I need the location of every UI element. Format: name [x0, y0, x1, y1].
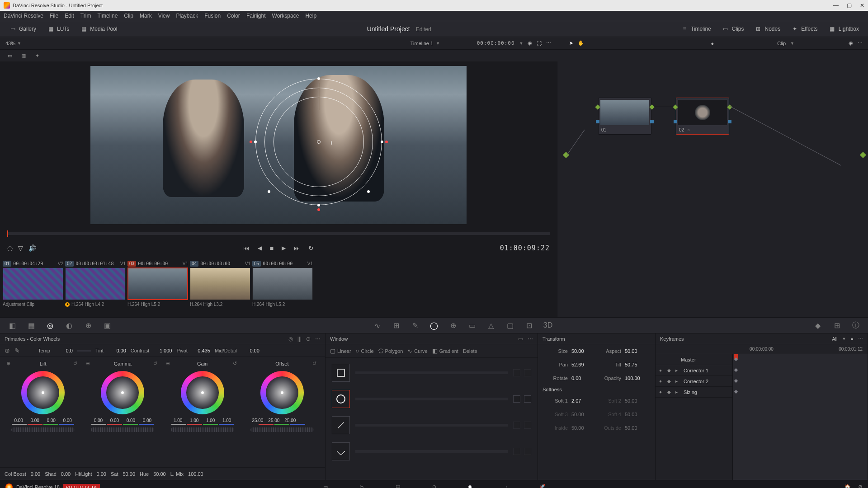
- effects-button[interactable]: ✦Effects: [788, 23, 821, 34]
- window-palette-icon[interactable]: ◯: [429, 320, 439, 330]
- window-close[interactable]: ✕: [860, 2, 864, 9]
- lmix-value[interactable]: 100.00: [188, 471, 203, 477]
- window-item-curve[interactable]: [329, 439, 534, 464]
- offset-jog[interactable]: [250, 427, 314, 432]
- pick-white-icon[interactable]: ✎: [14, 347, 20, 354]
- offset-wheel[interactable]: Offset↺ 25.0025.0025.00: [244, 360, 321, 465]
- menu-workspace[interactable]: Workspace: [272, 13, 299, 19]
- contrast-value[interactable]: 1.000: [154, 348, 172, 353]
- gallery-button[interactable]: ▭Gallery: [5, 23, 40, 34]
- menu-trim[interactable]: Trim: [80, 13, 91, 19]
- window-maximize[interactable]: ▢: [847, 2, 852, 9]
- gamma-picker-icon[interactable]: ⊕: [86, 361, 92, 366]
- rotate-value[interactable]: 0.00: [571, 375, 592, 381]
- menu-view[interactable]: View: [158, 13, 170, 19]
- clip-thumbnail-selected[interactable]: 0300:00:00:00V1 H.264 High L5.2: [127, 259, 188, 307]
- keyframe-track[interactable]: [732, 354, 868, 480]
- pan-value[interactable]: 52.69: [571, 362, 592, 367]
- camera-raw-icon[interactable]: ◧: [7, 320, 17, 330]
- auto-balance-icon[interactable]: ⊕: [5, 347, 10, 354]
- fusion-page-icon[interactable]: ⊙: [429, 483, 439, 488]
- luts-button[interactable]: ▦LUTs: [43, 23, 73, 34]
- curve-window-button[interactable]: ∿Curve: [407, 347, 427, 354]
- temp-value[interactable]: 0.0: [55, 348, 73, 353]
- clip-thumbnail[interactable]: 0500:00:00:00V1 H.264 High L5.2: [252, 259, 313, 307]
- viewer-menu-icon[interactable]: ⋯: [546, 40, 551, 46]
- color-page-icon[interactable]: ◉: [466, 483, 475, 488]
- bars-mode-icon[interactable]: |||: [297, 336, 302, 342]
- hdr-icon[interactable]: ◐: [64, 320, 74, 330]
- lock-icon[interactable]: ●: [659, 368, 665, 373]
- timeline-button[interactable]: ≡Timeline: [677, 23, 715, 34]
- hue-value[interactable]: 50.00: [153, 471, 166, 477]
- window-minimize[interactable]: —: [833, 2, 839, 9]
- lock-icon[interactable]: ●: [659, 389, 665, 394]
- sat-value[interactable]: 50.00: [123, 471, 135, 477]
- enable-icon[interactable]: ◆: [667, 389, 673, 394]
- invert-toggle[interactable]: [524, 448, 531, 455]
- media-page-icon[interactable]: ▭: [321, 483, 330, 488]
- fullscreen-icon[interactable]: ⛶: [537, 41, 542, 46]
- mute-icon[interactable]: 🔊: [28, 244, 36, 252]
- keyframes-all-dropdown[interactable]: All: [832, 336, 837, 342]
- invert-toggle[interactable]: [524, 422, 531, 429]
- offset-reset-icon[interactable]: ↺: [312, 361, 319, 366]
- loop-button[interactable]: ↻: [308, 244, 314, 252]
- size-value[interactable]: 50.00: [571, 348, 592, 354]
- keyframes-palette-icon[interactable]: ◆: [813, 320, 823, 330]
- viewer[interactable]: + ◌ ▽ 🔊 ⏮ ◀ ■ ▶ ⏭: [0, 61, 557, 317]
- expand-icon[interactable]: ▸: [675, 379, 681, 384]
- fairlight-page-icon[interactable]: ♪: [502, 483, 511, 488]
- edit-page-icon[interactable]: ▤: [393, 483, 402, 488]
- output-port-icon[interactable]: [860, 152, 866, 158]
- lock-icon[interactable]: ●: [659, 379, 665, 384]
- delete-window-button[interactable]: Delete: [463, 348, 477, 354]
- keyframes-menu-icon[interactable]: ⋯: [858, 336, 863, 342]
- pivot-value[interactable]: 0.435: [192, 348, 210, 353]
- mask-toggle[interactable]: [513, 395, 520, 403]
- play-button[interactable]: ▶: [282, 245, 286, 251]
- window-menu-icon[interactable]: ⋯: [528, 336, 533, 342]
- menu-davinci[interactable]: DaVinci Resolve: [4, 13, 43, 19]
- lift-reset-icon[interactable]: ↺: [73, 361, 80, 366]
- hilight-value[interactable]: 0.00: [97, 471, 106, 477]
- color-match-icon[interactable]: ▦: [26, 320, 36, 330]
- viewer-scrubber[interactable]: [7, 232, 550, 235]
- gain-jog[interactable]: [171, 427, 234, 432]
- rgb-mixer-icon[interactable]: ⊕: [83, 320, 93, 330]
- lift-jog[interactable]: [11, 427, 75, 432]
- node-graph[interactable]: 01 02 ○: [557, 61, 868, 317]
- opacity-value[interactable]: 100.00: [625, 375, 646, 381]
- splitscreen-icon[interactable]: ▥: [20, 52, 27, 59]
- tracker-icon[interactable]: ⊕: [448, 320, 458, 330]
- motion-effects-icon[interactable]: ▣: [102, 320, 112, 330]
- clips-button[interactable]: ▭Clips: [718, 23, 748, 34]
- key-icon[interactable]: ▢: [505, 320, 515, 330]
- lightbox-button[interactable]: ▦Lightbox: [825, 23, 863, 34]
- colboost-value[interactable]: 0.00: [31, 471, 40, 477]
- clip-dropdown[interactable]: Clip: [777, 41, 786, 46]
- blur-icon[interactable]: △: [486, 320, 496, 330]
- window-presets-icon[interactable]: ▭: [518, 336, 523, 342]
- node-indicator-icon[interactable]: ◉: [849, 40, 853, 46]
- aspect-value[interactable]: 50.00: [625, 348, 646, 354]
- stop-button[interactable]: ■: [270, 244, 274, 252]
- curves-icon[interactable]: ∿: [372, 320, 382, 330]
- nodes-button[interactable]: ⊞Nodes: [751, 23, 784, 34]
- primaries-icon[interactable]: ◎: [45, 320, 55, 330]
- scrubber-playhead[interactable]: [7, 230, 8, 237]
- menu-file[interactable]: File: [50, 13, 58, 19]
- next-clip-button[interactable]: ⏭: [294, 244, 300, 252]
- cut-page-icon[interactable]: ✂: [357, 483, 366, 488]
- polygon-window-button[interactable]: ⬠Polygon: [378, 347, 403, 354]
- project-settings-icon[interactable]: ⚙: [858, 484, 863, 488]
- magic-mask-icon[interactable]: ▭: [467, 320, 477, 330]
- expand-icon[interactable]: ▸: [675, 368, 681, 373]
- menu-fusion[interactable]: Fusion: [204, 13, 221, 19]
- imagewipe-icon[interactable]: ▭: [6, 52, 14, 59]
- info-icon[interactable]: ⓘ: [851, 320, 861, 330]
- node-menu-icon[interactable]: ⋯: [858, 40, 863, 46]
- enable-icon[interactable]: ◆: [667, 368, 673, 373]
- gamma-jog[interactable]: [91, 427, 154, 432]
- gain-reset-icon[interactable]: ↺: [233, 361, 239, 366]
